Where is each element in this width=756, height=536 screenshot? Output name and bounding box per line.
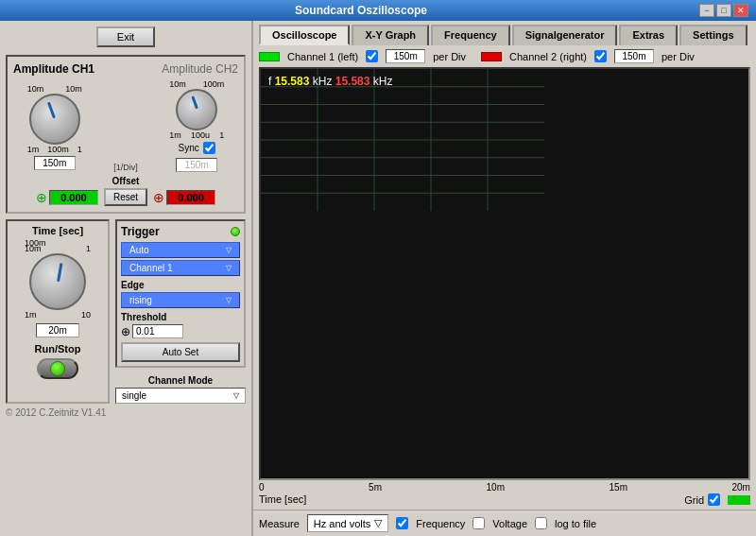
auto-set-button[interactable]: Auto Set — [121, 342, 240, 362]
ch1-per-div-label: per Div — [433, 51, 466, 62]
ch2-top-left: 10m — [169, 79, 186, 89]
channel-mode-value: single — [122, 390, 146, 401]
voltage-checkbox[interactable] — [472, 517, 485, 529]
grid-control: Grid — [684, 493, 750, 506]
trigger-area: Trigger Auto ▽ Channel 1 ▽ Edge rising — [115, 219, 246, 404]
freq-unit1: kHz — [313, 75, 333, 88]
tab-bar: Oscilloscope X-Y Graph Frequency Signalg… — [253, 21, 756, 45]
ch1-offset-icon: ⊕ — [36, 190, 47, 205]
threshold-icon: ⊕ — [121, 325, 130, 338]
trigger-mode-button[interactable]: Auto ▽ — [121, 242, 240, 258]
time-left2: 1m — [25, 310, 37, 320]
ch2-offset-input[interactable]: 0.000 — [166, 190, 215, 205]
sync-label: Sync — [179, 143, 199, 153]
exit-button[interactable]: Exit — [96, 26, 155, 47]
amp-ch2-title: Amplitude CH2 — [162, 62, 238, 76]
trigger-channel-button[interactable]: Channel 1 ▽ — [121, 260, 240, 276]
measure-bar: Measure Hz and volts ▽ Frequency Voltage… — [253, 510, 756, 536]
channel-mode-section: Channel Mode single ▽ — [115, 375, 246, 404]
log-checkbox[interactable] — [535, 517, 547, 529]
ch1-bot-mid: 100m — [47, 145, 69, 154]
tab-signalgenerator[interactable]: Signalgenerator — [512, 25, 618, 45]
div-label: [1/Div] — [113, 163, 138, 172]
axis-label-0: 0 — [259, 482, 265, 493]
frequency-checkbox[interactable] — [396, 517, 408, 529]
tab-oscilloscope[interactable]: Oscilloscope — [259, 25, 350, 45]
ch1-knob[interactable] — [29, 94, 80, 145]
grid-checkbox[interactable] — [708, 493, 720, 506]
time-knob[interactable] — [29, 253, 86, 310]
ch2-label: Channel 2 (right) — [509, 51, 587, 62]
measure-type-button[interactable]: Hz and volts ▽ — [307, 514, 389, 532]
tab-settings[interactable]: Settings — [679, 25, 747, 45]
edge-button[interactable]: rising ▽ — [121, 292, 240, 308]
title-bar: Soundcard Oszilloscope − □ ✕ — [0, 0, 756, 21]
sync-checkbox[interactable] — [203, 142, 215, 154]
ch2-bot-mid: 100u — [191, 130, 210, 140]
ch1-knob-indicator — [47, 102, 56, 119]
edge-arrow: ▽ — [226, 296, 232, 304]
scope-grid-svg — [261, 69, 544, 211]
ch1-label: Channel 1 (left) — [287, 51, 358, 62]
ch1-per-div-input[interactable]: 150m — [386, 49, 425, 63]
main-container: Exit Amplitude CH1 Amplitude CH2 10m 10m — [0, 21, 756, 536]
ch2-amplitude-input[interactable]: 150m — [176, 158, 217, 172]
ch2-per-div-input[interactable]: 150m — [614, 49, 654, 63]
div-label-container: [1/Div] — [113, 163, 138, 172]
offset-row: ⊕ 0.000 Reset ⊕ 0.000 — [36, 188, 215, 206]
freq-label: f — [268, 75, 271, 88]
scope-area: Channel 1 (left) 150m per Div Channel 2 … — [253, 45, 756, 510]
trigger-mode-arrow: ▽ — [226, 246, 232, 254]
axis-label-15m: 15m — [610, 482, 627, 493]
ch2-per-div-label: per Div — [662, 51, 695, 62]
threshold-label: Threshold — [121, 312, 240, 322]
right-panel: Oscilloscope X-Y Graph Frequency Signalg… — [253, 21, 756, 536]
ch1-color-indicator — [259, 52, 280, 61]
freq-value-red: 15.583 — [335, 75, 373, 88]
ch1-checkbox[interactable] — [366, 50, 378, 62]
axis-title-row: Time [sec] Grid — [259, 493, 750, 506]
grid-label: Grid — [684, 494, 704, 506]
trigger-led — [231, 227, 240, 236]
time-title: Time [sec] — [32, 225, 83, 236]
ch2-knob[interactable] — [176, 89, 217, 130]
channel-controls: Channel 1 (left) 150m per Div Channel 2 … — [259, 49, 750, 63]
ch2-sync-row: Sync — [179, 142, 215, 154]
ch1-amplitude-input[interactable]: 150m — [34, 156, 76, 170]
offset-label: Offset — [112, 176, 140, 186]
tab-frequency[interactable]: Frequency — [431, 25, 510, 45]
time-left1: 10m — [25, 244, 42, 253]
threshold-input[interactable]: 0.01 — [132, 324, 183, 338]
ch2-color-indicator — [481, 52, 502, 61]
close-button[interactable]: ✕ — [733, 4, 748, 17]
ch2-bot-left: 1m — [169, 130, 181, 140]
reset-button[interactable]: Reset — [104, 188, 147, 206]
threshold-row: ⊕ 0.01 — [121, 324, 240, 338]
minimize-button[interactable]: − — [699, 4, 714, 17]
time-right2: 10 — [81, 310, 91, 320]
tab-xy-graph[interactable]: X-Y Graph — [352, 25, 429, 45]
ch1-bot-left: 1m — [27, 145, 40, 154]
trigger-header: Trigger — [121, 225, 240, 238]
grid-color-bar — [728, 495, 750, 505]
log-label: log to file — [555, 518, 596, 529]
trigger-section: Trigger Auto ▽ Channel 1 ▽ Edge rising — [115, 219, 246, 368]
channel-mode-button[interactable]: single ▽ — [115, 388, 246, 404]
left-panel: Exit Amplitude CH1 Amplitude CH2 10m 10m — [0, 21, 253, 536]
ch1-offset-input[interactable]: 0.000 — [49, 190, 98, 205]
app-icon — [8, 3, 23, 18]
ch1-top-left: 10m — [27, 84, 44, 94]
time-input[interactable]: 20m — [36, 323, 79, 337]
tab-extras[interactable]: Extras — [619, 25, 678, 45]
amp-ch1-title: Amplitude CH1 — [13, 62, 94, 76]
run-stop-indicator — [50, 361, 65, 376]
ch2-checkbox[interactable] — [594, 50, 607, 62]
ch2-knob-container: 10m 100m 1m 100u 1 Sync — [169, 79, 224, 172]
axis-label-20m: 20m — [732, 482, 750, 493]
channel-mode-arrow: ▽ — [233, 391, 239, 400]
axis-label-10m: 10m — [487, 482, 505, 493]
ch1-sync-row: 150m — [34, 156, 76, 170]
edge-value: rising — [129, 295, 152, 305]
maximize-button[interactable]: □ — [716, 4, 731, 17]
run-stop-button[interactable] — [37, 358, 78, 379]
